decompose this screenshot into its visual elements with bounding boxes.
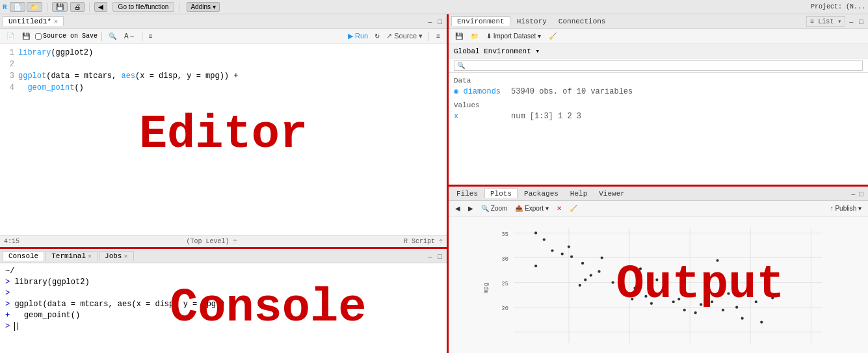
left-panel: Untitled1* ✕ – □ 📄 💾 Source on Save 🔍 A — [0, 14, 449, 353]
code-line-4: 4 geom_point() — [0, 82, 447, 94]
delete-plot-btn[interactable]: ✕ — [554, 204, 564, 213]
env-save-btn[interactable]: 💾 — [453, 32, 466, 40]
plots-tab-help[interactable]: Help — [565, 189, 592, 198]
save-script-btn[interactable]: 💾 — [20, 32, 33, 40]
console-maximize-btn[interactable]: □ — [436, 252, 444, 261]
point-17 — [661, 289, 664, 292]
plots-tab-viewer[interactable]: Viewer — [594, 189, 630, 198]
open-file-btn[interactable]: 📁 — [27, 2, 42, 12]
global-env-dropdown[interactable]: Global Environment ▾ — [454, 47, 540, 55]
code-area[interactable]: 1 library(ggplot2) 2 3 ggplot(data = mtc… — [0, 47, 447, 94]
plots-maximize-btn[interactable]: □ — [857, 189, 865, 198]
point-27 — [716, 259, 718, 262]
line-num-2: 2 — [0, 59, 18, 70]
env-tab-connections-label: Connections — [559, 18, 606, 25]
point-14 — [633, 287, 636, 289]
console-tab-terminal[interactable]: Terminal ✕ — [46, 251, 98, 261]
point-29 — [568, 245, 570, 248]
editor-section: Untitled1* ✕ – □ 📄 💾 Source on Save 🔍 A — [0, 14, 447, 249]
files-tab-label: Files — [456, 190, 478, 198]
env-broom-btn[interactable]: 🧹 — [546, 32, 559, 40]
env-tab-history[interactable]: History — [512, 17, 552, 26]
import-dataset-btn[interactable]: ⬇ Import Dataset ▾ — [484, 32, 544, 40]
find-btn[interactable]: A→ — [122, 32, 138, 40]
jobs-tab-label: Jobs — [105, 252, 122, 260]
console-content[interactable]: ~/ > library(ggplot2) > > ggplot(data = … — [0, 263, 447, 353]
zoom-btn[interactable]: 🔍 Zoom — [479, 204, 510, 213]
console-minimize-btn[interactable]: – — [426, 252, 434, 261]
env-load-btn[interactable]: 📁 — [468, 32, 481, 40]
plots-sub-toolbar: ◀ ▶ 🔍 Zoom 📤 Export ▾ ✕ 🧹 ↑ Publish ▾ — [449, 201, 868, 216]
help-tab-label: Help — [570, 190, 587, 198]
plots-section: Files Plots Packages Help Viewer – □ — [449, 187, 868, 353]
editor-content[interactable]: 1 library(ggplot2) 2 3 ggplot(data = mtc… — [0, 44, 447, 235]
env-minimize-btn[interactable]: – — [847, 17, 855, 26]
env-maximize-btn[interactable]: □ — [857, 17, 865, 26]
point-36 — [760, 320, 763, 323]
export-btn[interactable]: 📤 Export ▾ — [512, 204, 551, 213]
console-line-2: > — [5, 288, 441, 299]
y-axis-label: mpg — [482, 283, 490, 294]
list-btn[interactable]: ≡ List ▾ — [806, 16, 845, 27]
editor-maximize-btn[interactable]: □ — [436, 17, 444, 26]
point-35 — [741, 317, 744, 320]
plots-minimize-btn[interactable]: – — [849, 189, 857, 198]
plots-tab-label: Plots — [490, 190, 512, 198]
console-line-1: > library(ggplot2) — [5, 277, 441, 288]
prev-plot-btn[interactable]: ◀ — [453, 204, 463, 213]
editor-tab-untitled[interactable]: Untitled1* ✕ — [3, 16, 64, 26]
format-btn[interactable]: ≡ — [146, 32, 155, 40]
editor-tab-label: Untitled1* — [8, 18, 51, 25]
x-row[interactable]: x num [1:3] 1 2 3 — [454, 111, 863, 122]
save-btn[interactable]: 💾 — [52, 2, 68, 12]
new-script-btn[interactable]: 📄 — [4, 32, 17, 40]
run-btn[interactable]: ▶ Run — [348, 32, 368, 40]
plots-tab-files[interactable]: Files — [451, 189, 483, 198]
point-16 — [650, 302, 653, 305]
go-to-file-btn[interactable]: Go to file/function — [112, 2, 175, 12]
point-30 — [584, 278, 586, 281]
point-2 — [543, 238, 546, 241]
editor-minimize-btn[interactable]: – — [426, 17, 434, 26]
line-code-4: geom_point() — [18, 82, 84, 94]
next-plot-btn[interactable]: ▶ — [466, 204, 476, 213]
point-20 — [694, 311, 697, 314]
y-tick-25: 25 — [502, 281, 508, 287]
broom-plot-btn[interactable]: 🧹 — [567, 204, 580, 213]
source-btn[interactable]: ↗ Source ▾ — [386, 32, 423, 40]
plots-tab-packages[interactable]: Packages — [519, 189, 564, 198]
env-tab-environment[interactable]: Environment — [451, 16, 510, 26]
publish-btn[interactable]: ↑ Publish ▾ — [828, 204, 864, 213]
env-tab-history-label: History — [517, 18, 547, 25]
point-28 — [601, 256, 603, 259]
jobs-close[interactable]: ✕ — [124, 252, 127, 260]
line-num-3: 3 — [0, 70, 18, 82]
plots-content: 35 30 25 20 mpg — [449, 216, 868, 353]
source-on-save-checkbox[interactable] — [35, 33, 42, 40]
diamonds-row[interactable]: ◉ diamonds 53940 obs. of 10 variables — [454, 86, 863, 98]
y-tick-20: 20 — [502, 306, 508, 312]
console-tab-console[interactable]: Console — [3, 251, 44, 261]
point-18 — [672, 300, 675, 303]
more-btn[interactable]: ≡ — [434, 32, 443, 40]
line-num-1: 1 — [0, 47, 18, 59]
console-line-4: + geom_point() — [5, 310, 441, 321]
rerun-btn[interactable]: ↻ — [372, 32, 382, 40]
right-panel: Environment History Connections ≡ List ▾… — [449, 14, 868, 353]
y-tick-30: 30 — [502, 256, 508, 263]
plots-tab-plots[interactable]: Plots — [484, 189, 518, 198]
console-tab-jobs[interactable]: Jobs ✕ — [99, 251, 133, 261]
env-search-input[interactable] — [454, 60, 863, 71]
editor-tab-close[interactable]: ✕ — [54, 18, 58, 25]
back-btn[interactable]: ◀ — [94, 2, 107, 12]
console-line-3: > ggplot(data = mtcars, aes(x = disp, y … — [5, 299, 441, 310]
new-file-btn[interactable]: 📄 — [10, 2, 25, 12]
search-btn[interactable]: 🔍 — [106, 32, 119, 40]
env-tab-connections[interactable]: Connections — [553, 17, 611, 26]
print-btn[interactable]: 🖨 — [70, 2, 85, 12]
point-4 — [561, 252, 564, 255]
source-on-save-label[interactable]: Source on Save — [35, 33, 98, 40]
terminal-close[interactable]: ✕ — [88, 252, 92, 260]
addins-btn[interactable]: Addins ▾ — [187, 2, 219, 12]
x-name: x — [454, 111, 506, 122]
